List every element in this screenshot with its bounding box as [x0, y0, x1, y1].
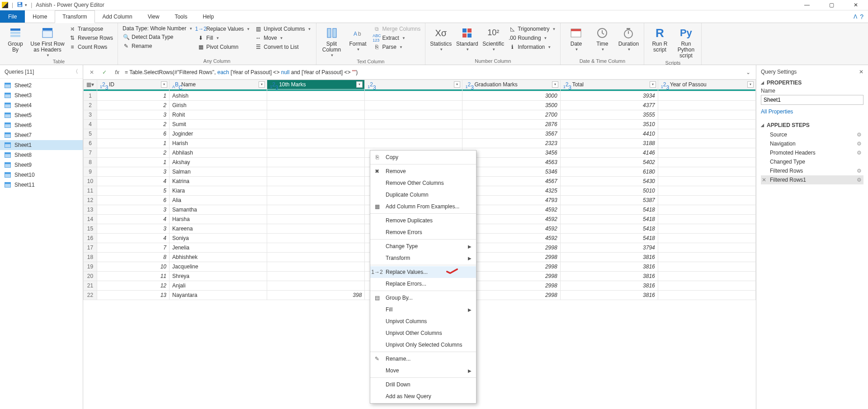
tab-help[interactable]: Help: [195, 10, 222, 23]
query-item[interactable]: Sheet7: [0, 130, 83, 140]
gear-icon[interactable]: ⚙: [857, 150, 862, 156]
trigonometry-button[interactable]: ◺Trigonometry▼: [508, 25, 557, 33]
filter-icon[interactable]: ▾: [650, 81, 656, 88]
tab-transform[interactable]: Transform: [55, 10, 94, 23]
context-menu-item[interactable]: Add as New Query: [370, 390, 476, 402]
minimize-button[interactable]: ―: [800, 2, 814, 8]
convert-to-list-button[interactable]: ☰Convert to List: [254, 43, 312, 51]
applied-step[interactable]: ✕Filtered Rows1⚙: [761, 175, 863, 184]
date-button[interactable]: Date▼: [564, 25, 588, 52]
query-item[interactable]: Sheet11: [0, 180, 83, 190]
ribbon-collapse-icon[interactable]: ᐱ ?: [849, 10, 868, 23]
rename-button[interactable]: ✎Rename: [122, 42, 193, 50]
fill-button[interactable]: ⬇Fill▼: [196, 34, 251, 42]
collapse-queries-icon[interactable]: 〈: [73, 68, 78, 75]
information-button[interactable]: ℹInformation▼: [508, 43, 557, 51]
tab-home[interactable]: Home: [25, 10, 55, 23]
expand-formula-icon[interactable]: ⌄: [744, 69, 752, 75]
context-menu-item[interactable]: Remove Other Columns: [370, 177, 476, 189]
filter-icon[interactable]: ▾: [259, 81, 265, 88]
column-header[interactable]: 123Year of Passou▾: [658, 80, 755, 89]
maximize-button[interactable]: ▢: [825, 2, 838, 8]
standard-button[interactable]: Standard▼: [455, 25, 479, 52]
tab-tools[interactable]: Tools: [167, 10, 195, 23]
run-r-script-button[interactable]: RRun R script: [648, 25, 671, 53]
query-item[interactable]: Sheet3: [0, 90, 83, 100]
table-row[interactable]: 42Sumit28763510: [84, 120, 756, 129]
applied-step[interactable]: Changed Type: [761, 157, 863, 166]
context-menu-item[interactable]: Unpivot Only Selected Columns: [370, 339, 476, 351]
run-python-script-button[interactable]: PyRun Python script: [674, 25, 698, 59]
gear-icon[interactable]: ⚙: [857, 177, 862, 183]
tab-add-column[interactable]: Add Column: [95, 10, 140, 23]
parse-button[interactable]: ⎘Parse▼: [373, 43, 422, 51]
close-settings-icon[interactable]: ✕: [859, 69, 863, 75]
context-menu-item[interactable]: Transform▶: [370, 252, 476, 264]
table-icon[interactable]: ▦▾: [86, 81, 94, 88]
context-menu-item[interactable]: 1→2Replace Values...: [370, 266, 476, 278]
duration-button[interactable]: Duration▼: [617, 25, 640, 52]
context-menu-item[interactable]: Drill Down: [370, 379, 476, 390]
context-menu-item[interactable]: Unpivot Columns: [370, 315, 476, 327]
context-menu-item[interactable]: ▦Add Column From Examples...: [370, 201, 476, 212]
reverse-rows-button[interactable]: ⇅Reverse Rows: [68, 34, 114, 42]
filter-icon[interactable]: ▾: [454, 81, 460, 88]
query-item[interactable]: Sheet5: [0, 110, 83, 120]
table-row[interactable]: 33Rohit27003555: [84, 110, 756, 120]
transpose-button[interactable]: ⤭Transpose: [68, 25, 114, 33]
format-button[interactable]: Ab Format▼: [346, 25, 370, 52]
filter-icon[interactable]: ▾: [161, 81, 167, 88]
count-rows-button[interactable]: ≡Count Rows: [68, 43, 114, 51]
statistics-button[interactable]: XσStatistics▼: [429, 25, 453, 52]
context-menu-item[interactable]: Unpivot Other Columns: [370, 327, 476, 339]
filter-icon[interactable]: ▾: [552, 81, 558, 88]
query-name-input[interactable]: [761, 95, 863, 105]
column-header[interactable]: 123▾: [365, 80, 462, 89]
query-item[interactable]: Sheet9: [0, 160, 83, 170]
context-menu-item[interactable]: ✖Remove: [370, 165, 476, 177]
pivot-column-button[interactable]: ▦Pivot Column: [196, 43, 251, 51]
all-properties-link[interactable]: All Properties: [761, 108, 793, 115]
context-menu-item[interactable]: ▤Group By...: [370, 292, 476, 304]
context-menu-item[interactable]: Remove Errors: [370, 226, 476, 238]
context-menu-item[interactable]: Duplicate Column: [370, 189, 476, 201]
replace-values-button[interactable]: 1→2Replace Values▼: [196, 25, 251, 33]
context-menu-item[interactable]: Remove Duplicates: [370, 215, 476, 226]
fx-icon[interactable]: fx: [112, 67, 122, 77]
query-item[interactable]: Sheet8: [0, 150, 83, 160]
gear-icon[interactable]: ⚙: [857, 141, 862, 147]
applied-step[interactable]: Source⚙: [761, 130, 863, 139]
query-item[interactable]: Sheet4: [0, 100, 83, 110]
column-header[interactable]: ABCName▾: [170, 80, 267, 89]
column-header[interactable]: 123ID▾: [97, 80, 170, 89]
scientific-button[interactable]: 10²Scientific▼: [481, 25, 505, 52]
table-row[interactable]: 22Girish35004377: [84, 101, 756, 110]
applied-step[interactable]: Filtered Rows⚙: [761, 166, 863, 175]
column-header[interactable]: 123Total▾: [560, 80, 658, 89]
unpivot-columns-button[interactable]: ▥Unpivot Columns▼: [254, 25, 312, 33]
move-button[interactable]: ↔Move▼: [254, 34, 312, 42]
save-icon[interactable]: [17, 1, 23, 9]
rounding-button[interactable]: .00Rounding▼: [508, 34, 557, 42]
query-item[interactable]: Sheet6: [0, 120, 83, 130]
use-first-row-headers-button[interactable]: Use First Row as Headers▼: [30, 25, 65, 58]
tab-view[interactable]: View: [140, 10, 167, 23]
query-item[interactable]: Sheet2: [0, 80, 83, 90]
column-header[interactable]: 12310th Marks▾: [267, 80, 365, 89]
time-button[interactable]: Time▼: [590, 25, 614, 52]
query-item[interactable]: Sheet1: [0, 140, 83, 150]
column-header[interactable]: 123Graduation Marks▾: [462, 80, 560, 89]
context-menu-item[interactable]: Move▶: [370, 365, 476, 376]
data-type-button[interactable]: Data Type: Whole Number▼: [122, 25, 193, 32]
cancel-formula-icon[interactable]: ✕: [87, 67, 97, 77]
table-row[interactable]: 61Harish23233188: [84, 139, 756, 148]
context-menu-item[interactable]: Fill▶: [370, 304, 476, 315]
context-menu-item[interactable]: ✎Rename...: [370, 353, 476, 365]
group-by-button[interactable]: Group By: [4, 25, 27, 53]
extract-button[interactable]: ABC123Extract▼: [373, 34, 422, 42]
context-menu-item[interactable]: Change Type▶: [370, 240, 476, 252]
delete-step-icon[interactable]: ✕: [762, 177, 766, 183]
applied-step[interactable]: Promoted Headers⚙: [761, 148, 863, 157]
query-item[interactable]: Sheet10: [0, 170, 83, 180]
context-menu-item[interactable]: Replace Errors...: [370, 278, 476, 290]
